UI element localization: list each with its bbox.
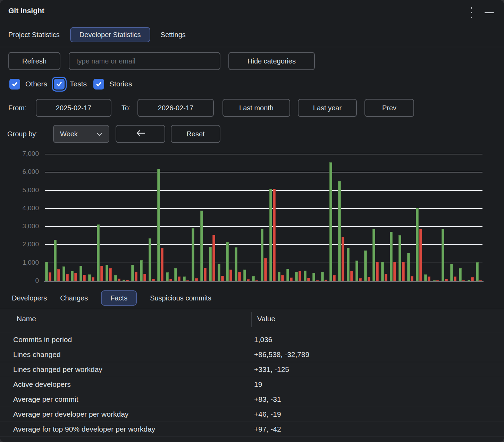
table-row: Lines changed per workday+331, -125 [0,362,504,377]
tab-developer-statistics[interactable]: Developer Statistics [70,27,150,42]
y-axis-tick-label: 7,000 [0,150,39,158]
bar-green [476,262,479,281]
bar-group-week-43 [407,253,413,281]
bar-red [204,268,207,281]
reset-button[interactable]: Reset [171,125,220,143]
column-separator [251,312,252,327]
bar-green [398,235,401,281]
bar-green [416,208,419,281]
bar-red [66,274,69,281]
name-cell: Lines changed [13,347,61,362]
name-cell: Average for top 90% developer per workda… [13,422,155,436]
bar-red [368,277,370,281]
bar-green [390,232,393,281]
y-axis-tick-label: 3,000 [0,222,39,230]
bar-group-week-3 [62,266,69,281]
bar-green [54,240,57,281]
chevron-down-icon [96,130,102,138]
checkbox-stories[interactable] [93,79,104,90]
tab-facts[interactable]: Facts [101,290,137,306]
bar-green [88,274,91,281]
bar-group-week-23 [235,247,241,281]
bar-red [376,262,379,281]
bar-green [424,274,427,281]
bar-green [200,211,203,281]
tab-changes[interactable]: Changes [60,290,88,306]
from-date-input[interactable]: 2025-02-17 [36,99,111,117]
bar-group-week-15 [166,272,172,281]
bar-group-week-29 [286,269,293,281]
bar-red [178,277,180,281]
bar-group-week-18 [192,228,198,281]
bar-green [364,250,367,281]
back-button[interactable] [116,125,165,143]
bar-red [186,280,189,281]
bar-group-week-30 [295,271,301,281]
bar-group-week-7 [97,224,103,281]
bar-red [273,189,276,281]
last-year-button[interactable]: Last year [298,99,357,117]
column-header-name: Name [17,309,36,329]
y-axis-tick-label: 1,000 [0,259,39,266]
name-cell: Commits in period [13,332,72,347]
bar-group-week-1 [45,262,51,281]
bar-red [195,278,198,281]
bar-red [325,280,327,281]
bar-group-week-32 [312,273,319,281]
bar-green [149,238,151,281]
category-filter-tests: Tests [54,79,87,90]
kebab-menu-icon[interactable] [468,7,474,18]
bar-group-week-36 [347,248,353,281]
bar-red [436,280,439,281]
bar-green [286,269,289,281]
refresh-button[interactable]: Refresh [8,52,60,70]
result-tabs: DevelopersChangesFactsSuspicious commits [12,290,211,306]
bar-green [123,280,125,281]
value-cell: +331, -125 [254,362,289,377]
bar-group-week-40 [381,262,387,281]
bar-green [45,262,48,281]
group-by-select[interactable]: Week [53,125,109,143]
prev-button[interactable]: Prev [364,99,414,117]
bar-group-week-13 [149,238,155,281]
y-axis-tick-label: 0 [0,277,39,284]
checkbox-tests[interactable] [54,79,65,90]
bar-group-week-24 [243,270,250,281]
last-month-button[interactable]: Last month [222,99,290,117]
hide-categories-button[interactable]: Hide categories [228,52,315,70]
bar-red [212,235,215,281]
bar-red [255,280,258,281]
checkbox-others[interactable] [9,79,20,90]
tab-settings[interactable]: Settings [161,27,186,42]
bar-red [454,277,456,281]
bar-group-week-4 [71,271,77,281]
search-input[interactable] [69,52,220,70]
bar-red [126,280,129,281]
bar-red [402,262,405,281]
bar-green [218,264,220,281]
bar-red [393,262,396,281]
bar-red [57,269,60,281]
to-date-input[interactable]: 2026-02-17 [137,99,214,117]
bar-group-week-2 [54,240,60,281]
bar-red [264,258,267,281]
bar-green [450,264,453,281]
bar-green [355,261,358,281]
table-row: Commits in period1,036 [0,332,504,347]
bar-green [329,162,332,281]
minimize-icon[interactable] [485,8,495,17]
bar-green [183,277,186,281]
bar-group-week-5 [79,266,86,281]
bar-group-week-46 [433,280,439,281]
tab-project-statistics[interactable]: Project Statistics [8,27,60,42]
bar-red [83,275,86,281]
tab-developers[interactable]: Developers [12,290,47,306]
bar-green [304,271,306,281]
bar-red [419,229,422,281]
bar-red [359,278,362,281]
tab-suspicious-commits[interactable]: Suspicious commits [150,290,211,306]
bar-green [459,268,462,281]
bar-group-week-50 [468,277,474,281]
bar-red [247,279,250,281]
y-axis-tick-label: 4,000 [0,204,39,212]
